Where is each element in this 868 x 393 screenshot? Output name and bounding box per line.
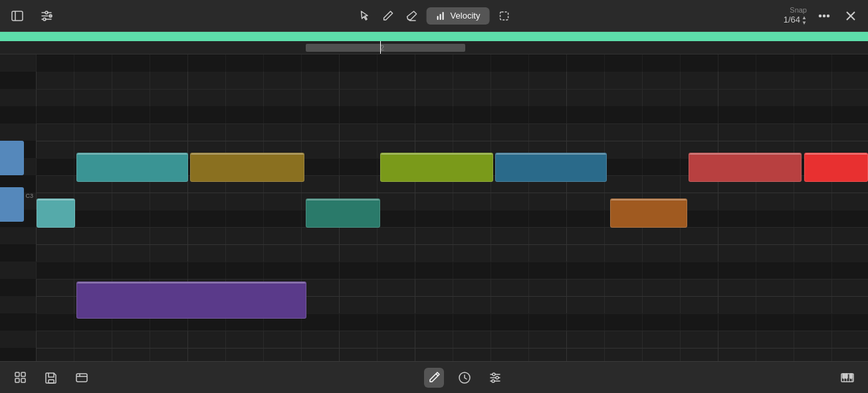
vline-21 <box>831 54 832 361</box>
svg-rect-3 <box>440 14 441 20</box>
svg-point-23 <box>492 373 495 376</box>
note-1[interactable] <box>76 153 188 182</box>
content-area: C3 <box>0 54 868 361</box>
snap-value-text: 1/64 <box>784 15 800 26</box>
pointer-tool-button[interactable] <box>355 7 374 25</box>
snap-section: Snap 1/64 ▲▼ <box>784 5 807 26</box>
ruler-selection <box>306 44 465 52</box>
vline-11 <box>453 54 453 361</box>
vline-19 <box>756 54 756 361</box>
c3-label: C3 <box>25 187 33 204</box>
svg-rect-15 <box>49 380 54 383</box>
svg-rect-13 <box>21 372 25 376</box>
note-3[interactable] <box>380 153 493 182</box>
vline-15 <box>604 54 605 361</box>
vline-14 <box>566 54 567 361</box>
snap-value[interactable]: 1/64 ▲▼ <box>784 15 807 26</box>
bottom-left <box>11 368 92 388</box>
vline-20 <box>794 54 794 361</box>
eraser-tool-button[interactable] <box>403 7 421 25</box>
pencil-tool-button[interactable] <box>379 7 397 25</box>
snap-label: Snap <box>790 5 807 15</box>
clock-button[interactable] <box>455 368 475 388</box>
note-6[interactable] <box>804 153 868 182</box>
pencil-active-button[interactable] <box>424 368 444 388</box>
settings-icon[interactable] <box>37 7 56 25</box>
bottom-right <box>837 368 857 388</box>
svg-point-8 <box>827 15 829 17</box>
velocity-button[interactable]: Velocity <box>427 7 490 25</box>
close-button[interactable] <box>841 7 860 25</box>
music-note-button[interactable] <box>11 368 31 388</box>
ruler: 2 <box>0 41 868 54</box>
note-7[interactable] <box>306 198 380 228</box>
velocity-label: Velocity <box>451 11 481 21</box>
save-button[interactable] <box>41 368 61 388</box>
note-9[interactable] <box>610 198 687 228</box>
vline-13 <box>528 54 529 361</box>
bottom-center <box>92 368 837 388</box>
note-2[interactable] <box>190 153 304 182</box>
svg-point-24 <box>496 376 498 379</box>
vline-10 <box>415 54 415 361</box>
svg-rect-12 <box>15 378 19 382</box>
note-8[interactable] <box>37 198 75 228</box>
svg-rect-4 <box>443 12 444 20</box>
toolbar-right: Snap 1/64 ▲▼ <box>784 5 860 26</box>
snap-arrows: ▲▼ <box>802 15 807 26</box>
svg-point-7 <box>823 15 825 17</box>
sidebar-toggle-button[interactable] <box>8 7 27 25</box>
more-options-button[interactable] <box>815 7 833 25</box>
info-button[interactable] <box>72 368 92 388</box>
piano-key-highlighted-1 <box>0 141 24 175</box>
vline-18 <box>718 54 718 361</box>
svg-rect-0 <box>12 11 23 21</box>
top-toolbar: Velocity Snap 1/64 ▲▼ <box>0 0 868 32</box>
svg-rect-33 <box>850 374 852 378</box>
svg-rect-32 <box>845 374 847 378</box>
ruler-marker-2: 2 <box>380 44 384 52</box>
svg-point-6 <box>819 15 821 17</box>
sliders-button[interactable] <box>485 368 505 388</box>
note-10[interactable] <box>76 281 306 319</box>
marquee-tool-button[interactable] <box>494 7 513 25</box>
piano-key-highlighted-2 <box>0 187 24 222</box>
svg-rect-11 <box>15 372 19 376</box>
grid-area[interactable] <box>36 54 868 361</box>
piano-keys: C3 <box>0 54 36 361</box>
vline-12 <box>490 54 491 361</box>
piano-keyboard-button[interactable] <box>837 368 857 388</box>
svg-point-25 <box>492 380 494 382</box>
note-5[interactable] <box>689 153 802 182</box>
svg-rect-14 <box>21 378 25 382</box>
toolbar-center: Velocity <box>355 7 514 25</box>
svg-rect-2 <box>437 16 439 20</box>
bottom-toolbar <box>0 361 868 393</box>
timeline-bar <box>0 32 868 41</box>
note-4[interactable] <box>495 153 607 182</box>
svg-rect-31 <box>843 374 845 378</box>
svg-rect-5 <box>500 12 508 20</box>
svg-rect-16 <box>76 374 87 382</box>
piano-roll: 2 C3 <box>0 32 868 361</box>
